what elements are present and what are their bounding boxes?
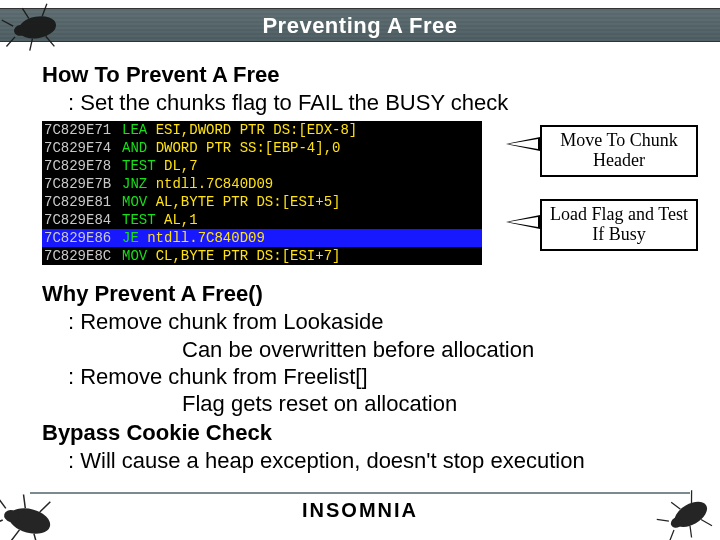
brand-logo: INSOMNIA xyxy=(0,499,720,522)
cockroach-icon xyxy=(0,481,72,540)
cockroach-icon xyxy=(0,0,74,61)
slide-title: Preventing A Free xyxy=(262,13,457,38)
section2-b1: Remove chunk from Lookaside xyxy=(68,309,688,334)
asm-line: 7C829E84TEST AL,1 xyxy=(42,211,482,229)
asm-line: 7C829E71LEA ESI,DWORD PTR DS:[EDX-8] xyxy=(42,121,482,139)
section2-b1-sub: Can be overwritten before allocation xyxy=(182,337,688,362)
code-and-callouts: 7C829E71LEA ESI,DWORD PTR DS:[EDX-8]7C82… xyxy=(42,121,688,269)
lower-text: Why Prevent A Free() Remove chunk from L… xyxy=(42,281,688,473)
asm-line: 7C829E8CMOV CL,BYTE PTR DS:[ESI+7] xyxy=(42,247,482,265)
section2-b2-sub: Flag gets reset on allocation xyxy=(182,391,688,416)
slide-body: How To Prevent A Free Set the chunks fla… xyxy=(42,58,688,474)
section3-b1: Will cause a heap exception, doesn't sto… xyxy=(68,448,688,473)
section1-heading: How To Prevent A Free xyxy=(42,62,688,88)
section2-b2: Remove chunk from Freelist[] xyxy=(68,364,688,389)
disassembly-block: 7C829E71LEA ESI,DWORD PTR DS:[EDX-8]7C82… xyxy=(42,121,482,265)
callout-load-flag: Load Flag and Test If Busy xyxy=(540,199,698,251)
section1-bullet: Set the chunks flag to FAIL the BUSY che… xyxy=(68,90,688,115)
slide-title-bar: Preventing A Free xyxy=(0,8,720,42)
section3-heading: Bypass Cookie Check xyxy=(42,420,688,446)
asm-line: 7C829E7BJNZ ntdll.7C840D09 xyxy=(42,175,482,193)
asm-line: 7C829E74AND DWORD PTR SS:[EBP-4],0 xyxy=(42,139,482,157)
asm-line: 7C829E81MOV AL,BYTE PTR DS:[ESI+5] xyxy=(42,193,482,211)
callout-arrow-icon xyxy=(506,215,540,229)
callout-arrow-icon xyxy=(506,137,540,151)
footer-rule xyxy=(30,492,690,494)
cockroach-icon xyxy=(646,477,720,540)
section2-heading: Why Prevent A Free() xyxy=(42,281,688,307)
callout-move-to-chunk: Move To Chunk Header xyxy=(540,125,698,177)
asm-line-highlighted: 7C829E86JE ntdll.7C840D09 xyxy=(42,229,482,247)
asm-line: 7C829E78TEST DL,7 xyxy=(42,157,482,175)
